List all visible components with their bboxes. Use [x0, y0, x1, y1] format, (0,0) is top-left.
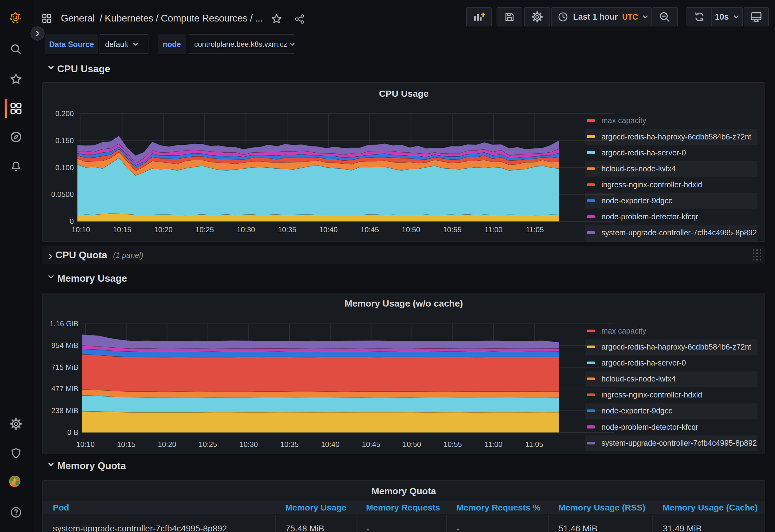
- svg-text:0.200: 0.200: [55, 109, 74, 118]
- svg-text:10:40: 10:40: [321, 440, 339, 448]
- svg-text:477 MiB: 477 MiB: [51, 385, 78, 393]
- svg-text:10:30: 10:30: [239, 440, 258, 448]
- svg-text:0.0500: 0.0500: [51, 190, 74, 198]
- svg-text:10:20: 10:20: [158, 440, 176, 448]
- svg-text:10:25: 10:25: [198, 440, 217, 448]
- svg-text:10:30: 10:30: [237, 225, 255, 234]
- svg-text:10:55: 10:55: [443, 225, 462, 234]
- svg-text:10:50: 10:50: [403, 440, 421, 448]
- svg-text:11:00: 11:00: [485, 440, 503, 448]
- svg-text:11:05: 11:05: [526, 440, 543, 448]
- svg-text:0.150: 0.150: [55, 136, 74, 145]
- svg-text:10:55: 10:55: [444, 440, 462, 448]
- svg-text:11:05: 11:05: [526, 225, 544, 234]
- svg-text:10:20: 10:20: [154, 225, 173, 234]
- svg-text:10:50: 10:50: [402, 225, 420, 234]
- svg-text:10:35: 10:35: [278, 225, 296, 234]
- svg-text:11:00: 11:00: [485, 225, 503, 234]
- svg-text:0 B: 0 B: [67, 428, 78, 436]
- svg-text:10:10: 10:10: [76, 440, 95, 448]
- svg-text:10:25: 10:25: [195, 225, 214, 234]
- svg-text:10:15: 10:15: [113, 225, 131, 234]
- svg-text:10:35: 10:35: [280, 440, 299, 448]
- svg-text:10:15: 10:15: [117, 440, 135, 448]
- svg-text:10:10: 10:10: [72, 225, 90, 234]
- svg-text:10:45: 10:45: [360, 225, 379, 234]
- svg-text:0.100: 0.100: [55, 163, 74, 172]
- svg-text:238 MiB: 238 MiB: [51, 406, 78, 415]
- svg-text:954 MiB: 954 MiB: [51, 341, 78, 350]
- svg-text:1.16 GiB: 1.16 GiB: [50, 319, 78, 328]
- svg-text:0: 0: [70, 217, 74, 225]
- svg-text:715 MiB: 715 MiB: [51, 363, 78, 371]
- svg-text:10:45: 10:45: [362, 440, 380, 448]
- svg-text:10:40: 10:40: [319, 225, 338, 234]
